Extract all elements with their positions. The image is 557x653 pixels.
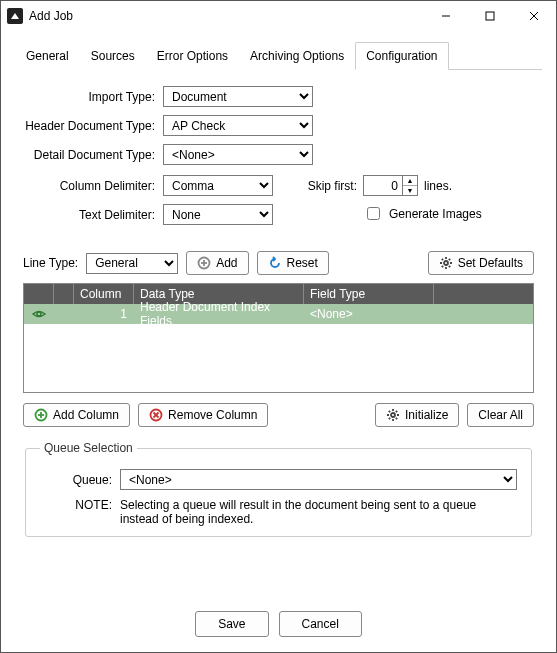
grid-header-column[interactable]: Column bbox=[74, 284, 134, 304]
add-line-button[interactable]: Add bbox=[186, 251, 248, 275]
tab-sources[interactable]: Sources bbox=[80, 42, 146, 70]
header-doc-type-select[interactable]: AP Check bbox=[163, 115, 313, 136]
columns-grid: Column Data Type Field Type 1 Header Doc… bbox=[23, 283, 534, 393]
text-delimiter-label: Text Delimiter: bbox=[23, 208, 163, 222]
spinner-down-icon[interactable]: ▼ bbox=[403, 186, 417, 195]
svg-point-7 bbox=[444, 261, 448, 265]
skip-first-suffix: lines. bbox=[424, 179, 452, 193]
remove-column-button[interactable]: Remove Column bbox=[138, 403, 268, 427]
row-field-type-value: <None> bbox=[304, 304, 434, 324]
window-title: Add Job bbox=[29, 9, 73, 23]
tab-bar: General Sources Error Options Archiving … bbox=[15, 41, 542, 70]
clear-all-button[interactable]: Clear All bbox=[467, 403, 534, 427]
line-type-select[interactable]: General bbox=[86, 253, 178, 274]
plus-circle-icon bbox=[34, 408, 48, 422]
header-doc-type-label: Header Document Type: bbox=[23, 119, 163, 133]
row-data-type-value: Header Document Index Fields bbox=[134, 304, 304, 324]
skip-first-input[interactable] bbox=[364, 176, 402, 195]
save-button[interactable]: Save bbox=[195, 611, 268, 637]
queue-note-label: NOTE: bbox=[40, 498, 120, 526]
tab-configuration[interactable]: Configuration bbox=[355, 42, 448, 70]
initialize-button[interactable]: Initialize bbox=[375, 403, 459, 427]
queue-note-text: Selecting a queue will result in the doc… bbox=[120, 498, 517, 526]
tab-error-options[interactable]: Error Options bbox=[146, 42, 239, 70]
add-job-window: Add Job General Sources Error Options Ar… bbox=[0, 0, 557, 653]
svg-point-15 bbox=[391, 413, 395, 417]
maximize-button[interactable] bbox=[468, 1, 512, 31]
svg-rect-1 bbox=[486, 12, 494, 20]
detail-doc-type-select[interactable]: <None> bbox=[163, 144, 313, 165]
table-row[interactable]: 1 Header Document Index Fields <None> bbox=[24, 304, 533, 324]
x-circle-icon bbox=[149, 408, 163, 422]
configuration-panel: Import Type: Document Header Document Ty… bbox=[15, 70, 542, 596]
close-button[interactable] bbox=[512, 1, 556, 31]
grid-header-field-type[interactable]: Field Type bbox=[304, 284, 434, 304]
skip-first-label: Skip first: bbox=[303, 179, 363, 193]
skip-first-spinner[interactable]: ▲▼ bbox=[363, 175, 418, 196]
tab-general[interactable]: General bbox=[15, 42, 80, 70]
svg-point-8 bbox=[37, 312, 41, 316]
row-visibility-icon[interactable] bbox=[24, 304, 54, 324]
queue-select[interactable]: <None> bbox=[120, 469, 517, 490]
import-type-select[interactable]: Document bbox=[163, 86, 313, 107]
generate-images-label: Generate Images bbox=[389, 207, 482, 221]
queue-label: Queue: bbox=[40, 473, 120, 487]
generate-images-checkbox[interactable] bbox=[367, 207, 380, 220]
cancel-button[interactable]: Cancel bbox=[279, 611, 362, 637]
plus-circle-icon bbox=[197, 256, 211, 270]
dialog-footer: Save Cancel bbox=[1, 596, 556, 652]
column-delimiter-select[interactable]: Comma bbox=[163, 175, 273, 196]
import-type-label: Import Type: bbox=[23, 90, 163, 104]
column-delimiter-label: Column Delimiter: bbox=[23, 179, 163, 193]
queue-selection-group: Queue Selection Queue: <None> NOTE: Sele… bbox=[25, 441, 532, 537]
text-delimiter-select[interactable]: None bbox=[163, 204, 273, 225]
spinner-up-icon[interactable]: ▲ bbox=[403, 176, 417, 186]
minimize-button[interactable] bbox=[424, 1, 468, 31]
add-column-button[interactable]: Add Column bbox=[23, 403, 130, 427]
tab-archiving-options[interactable]: Archiving Options bbox=[239, 42, 355, 70]
detail-doc-type-label: Detail Document Type: bbox=[23, 148, 163, 162]
set-defaults-button[interactable]: Set Defaults bbox=[428, 251, 534, 275]
gear-icon bbox=[439, 256, 453, 270]
line-type-label: Line Type: bbox=[23, 256, 78, 270]
queue-selection-legend: Queue Selection bbox=[40, 441, 137, 455]
gear-icon bbox=[386, 408, 400, 422]
app-icon bbox=[7, 8, 23, 24]
titlebar: Add Job bbox=[1, 1, 556, 31]
reset-button[interactable]: Reset bbox=[257, 251, 329, 275]
row-column-value: 1 bbox=[74, 304, 134, 324]
undo-arrow-icon bbox=[268, 256, 282, 270]
